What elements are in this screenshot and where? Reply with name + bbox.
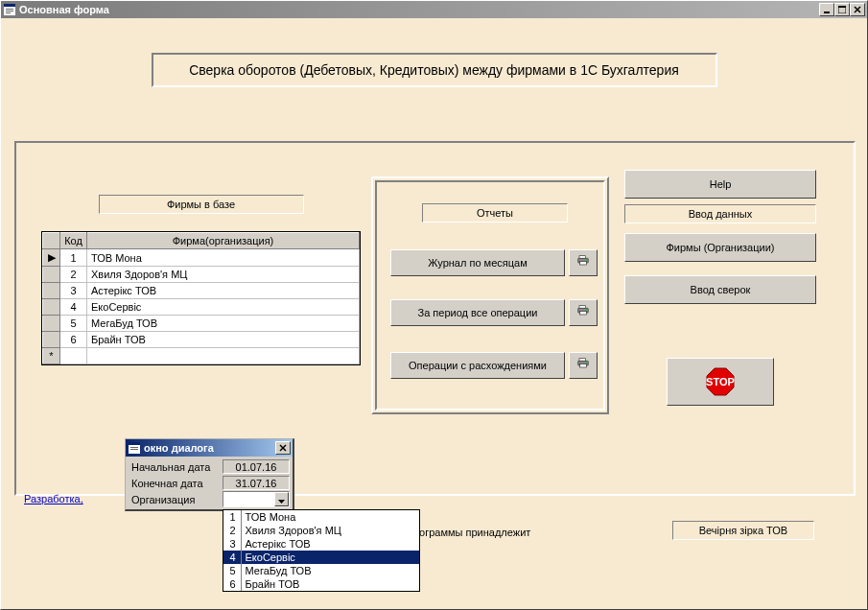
org-combobox[interactable] — [223, 491, 290, 507]
dropdown-item[interactable]: 6Брайн ТОВ — [223, 577, 419, 591]
chevron-down-icon — [278, 494, 285, 505]
report-period-button[interactable]: За период все операции — [390, 299, 565, 326]
row-selector[interactable] — [43, 283, 60, 299]
svg-rect-3 — [6, 11, 13, 12]
svg-rect-12 — [580, 262, 587, 265]
dialog-window[interactable]: окно диалога Начальная дата 01.07.16 Кон… — [125, 438, 294, 511]
dialog-close-button[interactable] — [275, 441, 291, 455]
rights-owner: Вечірня зірка ТОВ — [672, 521, 814, 540]
row-selector[interactable] — [43, 316, 60, 332]
start-date-field[interactable]: 01.07.16 — [223, 459, 290, 474]
printer-icon — [577, 305, 589, 320]
svg-rect-14 — [579, 306, 586, 309]
end-date-field[interactable]: 31.07.16 — [223, 476, 290, 490]
row-selector[interactable] — [43, 332, 60, 348]
table-row[interactable]: ▶1ТОВ Мона — [43, 249, 360, 267]
dropdown-list[interactable]: 1ТОВ Мона2Хвиля Здоров'я МЦ3Астерікс ТОВ… — [223, 509, 420, 592]
svg-rect-26 — [130, 447, 138, 448]
svg-point-13 — [586, 259, 587, 260]
svg-rect-7 — [838, 6, 846, 8]
table-row[interactable]: 4ЕкоСервіс — [43, 299, 360, 316]
dialog-titlebar[interactable]: окно диалога — [126, 439, 293, 457]
col-name[interactable]: Фирма(организация) — [87, 233, 360, 249]
minimize-button[interactable] — [819, 3, 834, 16]
print-monthly-button[interactable] — [569, 249, 598, 276]
svg-rect-1 — [4, 4, 15, 7]
close-button[interactable] — [850, 3, 865, 16]
help-button[interactable]: Help — [624, 170, 816, 199]
form-icon — [128, 441, 141, 455]
new-row[interactable]: * — [43, 348, 360, 364]
firms-label: Фирмы в базе — [99, 195, 304, 214]
dropdown-item[interactable]: 3Астерікс ТОВ — [223, 537, 419, 551]
main-titlebar: Основная форма — [1, 1, 867, 18]
grid-corner[interactable] — [43, 233, 60, 249]
dev-link[interactable]: Разработка, — [24, 493, 83, 504]
dropdown-item[interactable]: 1ТОВ Мона — [223, 510, 419, 524]
svg-rect-10 — [579, 256, 586, 259]
firms-grid[interactable]: Код Фирма(организация) ▶1ТОВ Мона 2Хвиля… — [41, 231, 361, 365]
svg-rect-4 — [6, 12, 11, 13]
table-row[interactable]: 2Хвиля Здоров'я МЦ — [43, 267, 360, 283]
data-entry-label: Ввод данных — [624, 204, 816, 223]
form-icon — [3, 3, 16, 16]
dropdown-item[interactable]: 2Хвиля Здоров'я МЦ — [223, 524, 419, 537]
svg-point-17 — [586, 309, 587, 310]
svg-rect-16 — [580, 312, 587, 315]
svg-rect-18 — [579, 359, 586, 362]
maximize-button[interactable] — [834, 3, 850, 16]
report-monthly-button[interactable]: Журнал по месяцам — [390, 249, 565, 276]
main-window: Основная форма Сверка оборотов (Дебетовы… — [0, 0, 868, 610]
row-selector[interactable] — [43, 299, 60, 316]
stop-button[interactable]: STOP — [667, 358, 774, 406]
print-period-button[interactable] — [569, 299, 598, 326]
new-row-marker[interactable]: * — [43, 348, 60, 364]
reports-label: Отчеты — [422, 203, 568, 223]
report-diff-button[interactable]: Операции с расхождениями — [390, 352, 565, 379]
stop-icon: STOP — [705, 366, 736, 397]
dropdown-item[interactable]: 5МегаБуд ТОВ — [223, 564, 419, 577]
end-date-label: Конечная дата — [128, 478, 222, 489]
window-title: Основная форма — [19, 4, 819, 15]
start-date-label: Начальная дата — [128, 461, 222, 473]
firms-section: Фирмы в базе Код Фирма(организация) ▶1ТО… — [41, 195, 361, 365]
page-title: Сверка оборотов (Дебетовых, Кредитовых) … — [152, 53, 717, 87]
row-selector[interactable] — [43, 267, 60, 283]
reports-panel: Отчеты Журнал по месяцам За период все о… — [371, 176, 609, 414]
dialog-title: окно диалога — [144, 442, 275, 454]
table-row[interactable]: 6Брайн ТОВ — [43, 332, 360, 348]
printer-icon — [577, 358, 589, 373]
checks-button[interactable]: Ввод сверок — [624, 275, 816, 304]
org-label: Организация — [128, 494, 222, 505]
svg-rect-25 — [129, 442, 140, 445]
org-combobox-input[interactable] — [223, 492, 274, 506]
svg-point-21 — [586, 362, 587, 363]
right-column: Help Ввод данных Фирмы (Организации) Вво… — [624, 170, 816, 406]
table-row[interactable]: 5МегаБуд ТОВ — [43, 316, 360, 332]
dropdown-item[interactable]: 4ЕкоСервіс — [223, 551, 419, 564]
row-selector[interactable]: ▶ — [43, 249, 60, 267]
firms-button[interactable]: Фирмы (Организации) — [624, 233, 816, 262]
printer-icon — [577, 255, 589, 270]
svg-rect-2 — [6, 9, 13, 10]
svg-rect-20 — [580, 364, 587, 367]
svg-rect-5 — [824, 12, 830, 13]
print-diff-button[interactable] — [569, 352, 598, 379]
col-code[interactable]: Код — [60, 233, 87, 249]
svg-rect-27 — [130, 449, 138, 450]
svg-marker-30 — [278, 500, 285, 504]
table-row[interactable]: 3Астерікс ТОВ — [43, 283, 360, 299]
svg-text:STOP: STOP — [706, 376, 735, 387]
dropdown-button[interactable] — [274, 492, 289, 506]
